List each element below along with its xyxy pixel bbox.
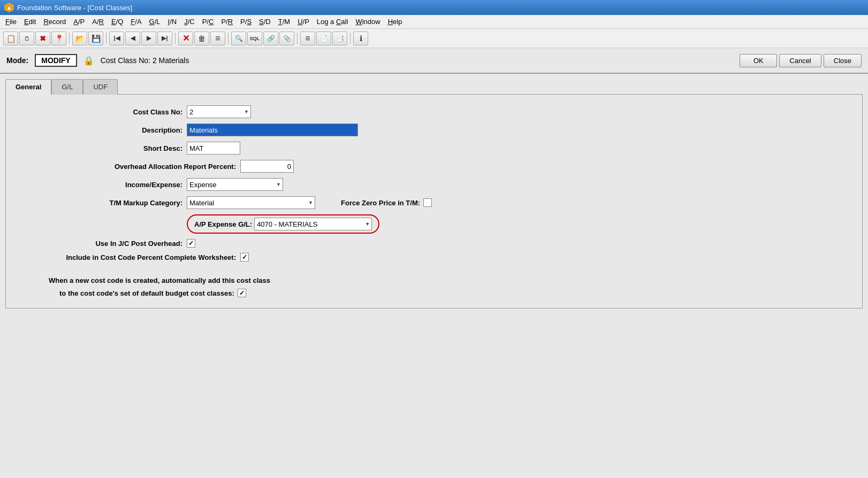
auto-add-row: to the cost code's set of default budget… [27,289,857,297]
lock-icon: 🔒 [83,56,94,66]
menu-edit[interactable]: Edit [21,17,39,27]
toolbar-link-btn[interactable]: 🔗 [263,32,278,45]
menu-ps[interactable]: P/S [237,17,255,27]
toolbar-attach-btn[interactable]: 📎 [279,32,294,45]
title-bar: ▲ Foundation Software - [Cost Classes] [0,0,868,15]
income-expense-label: Income/Expense: [11,181,182,189]
menu-file[interactable]: File [2,17,20,27]
toolbar-open-book-btn[interactable]: 📋 [3,32,18,45]
mode-value: MODIFY [35,54,77,67]
force-zero-checkbox[interactable] [423,198,432,207]
menu-bar: File Edit Record A/P A/R E/Q F/A G/L I/N… [0,15,868,29]
tm-markup-label: T/M Markup Category: [11,199,182,207]
menu-eq[interactable]: E/Q [108,17,126,27]
force-zero-label: Force Zero Price in T/M: [341,199,420,207]
auto-add-section: When a new cost code is created, automat… [11,276,857,297]
toolbar-cancel-btn[interactable]: ✕ [178,32,193,45]
use-jc-label: Use In J/C Post Overhead: [11,240,182,248]
overhead-row: Overhead Allocation Report Percent: 0 [11,160,857,173]
menu-tm[interactable]: T/M [275,17,293,27]
menu-pc[interactable]: P/C [199,17,217,27]
mode-bar: Mode: MODIFY 🔒 Cost Class No: 2 Material… [0,48,868,74]
main-content: General G/L UDF Cost Class No: 2 Descrip… [0,74,868,478]
toolbar-next-btn[interactable]: ▶ [141,32,156,45]
menu-record[interactable]: Record [40,17,69,27]
description-input[interactable]: Materials [187,124,358,136]
short-desc-row: Short Desc: MAT [11,142,857,155]
income-expense-wrapper: Expense Income [187,178,283,191]
include-cost-code-checkbox[interactable] [240,253,249,261]
tm-markup-select[interactable]: Material Labor Equipment Other [187,196,315,209]
toolbar-report-btn[interactable]: 📑 [332,32,347,45]
toolbar-new-btn[interactable]: 🗒 [19,32,34,45]
ap-expense-select[interactable]: 4070 - MATERIALS [254,218,372,230]
toolbar-prev-btn[interactable]: ◀ [125,32,140,45]
cost-class-no-row: Cost Class No: 2 [11,105,857,118]
toolbar-search-btn[interactable]: 🔍 [231,32,246,45]
cancel-button[interactable]: Cancel [779,54,821,67]
toolbar-first-btn[interactable]: |◀ [109,32,124,45]
toolbar-delete-btn[interactable]: 🗑 [194,32,209,45]
menu-ar[interactable]: A/R [89,17,107,27]
income-expense-row: Income/Expense: Expense Income [11,178,857,191]
overhead-input[interactable]: 0 [240,160,294,173]
auto-add-checkbox[interactable] [238,289,246,297]
toolbar-close-record-btn[interactable]: ✖ [35,32,50,45]
menu-ap[interactable]: A/P [70,17,88,27]
toolbar-help-btn[interactable]: ℹ [353,32,368,45]
menu-log-call[interactable]: Log a Call [314,17,352,27]
description-row: Description: Materials [11,124,857,136]
toolbar-last-btn[interactable]: ▶| [157,32,172,45]
toolbar-open-btn[interactable]: 📂 [72,32,87,45]
tab-strip: General G/L UDF [5,79,863,95]
include-cost-code-row: Include in Cost Code Percent Complete Wo… [11,253,857,261]
menu-pr[interactable]: P/R [218,17,236,27]
title-text: Foundation Software - [Cost Classes] [17,4,132,12]
description-label: Description: [11,126,182,134]
toolbar-save-btn[interactable]: 💾 [88,32,103,45]
cost-class-no-wrapper: 2 [187,105,251,118]
menu-up[interactable]: U/P [294,17,313,27]
toolbar: 📋 🗒 ✖ 📍 📂 💾 |◀ ◀ ▶ ▶| ✕ 🗑 ≡ 🔍 SQL 🔗 📎 ≡ … [0,29,868,48]
toolbar-list2-btn[interactable]: ≡ [300,32,315,45]
tm-markup-wrapper: Material Labor Equipment Other [187,196,315,209]
cost-class-no-select[interactable]: 2 [187,105,251,118]
tab-general[interactable]: General [5,79,51,95]
use-jc-row: Use In J/C Post Overhead: [11,239,857,248]
toolbar-sep-2 [106,33,106,44]
ap-expense-wrapper: 4070 - MATERIALS [254,218,372,230]
mode-label: Mode: [6,56,28,65]
ap-expense-row: A/P Expense G/L: 4070 - MATERIALS [11,214,857,234]
menu-fa[interactable]: F/A [127,17,144,27]
menu-help[interactable]: Help [385,17,406,27]
toolbar-list-btn[interactable]: ≡ [210,32,225,45]
ok-button[interactable]: OK [740,54,777,67]
menu-in[interactable]: I/N [165,17,180,27]
toolbar-document-btn[interactable]: 📄 [316,32,331,45]
toolbar-sep-3 [175,33,176,44]
toolbar-sql-btn[interactable]: SQL [247,32,262,45]
income-expense-select[interactable]: Expense Income [187,178,283,191]
ap-expense-highlight: A/P Expense G/L: 4070 - MATERIALS [187,214,379,234]
form-panel: Cost Class No: 2 Description: Materials … [5,94,863,309]
overhead-label: Overhead Allocation Report Percent: [11,163,236,171]
auto-add-text1: When a new cost code is created, automat… [27,276,857,284]
toolbar-sep-6 [350,33,351,44]
menu-sd[interactable]: S/D [256,17,274,27]
tab-udf[interactable]: UDF [83,79,118,95]
tm-markup-row: T/M Markup Category: Material Labor Equi… [11,196,857,209]
cost-class-no-label: Cost Class No: [11,108,182,116]
short-desc-input[interactable]: MAT [187,142,240,155]
toolbar-sep-1 [69,33,70,44]
toolbar-locate-btn[interactable]: 📍 [51,32,66,45]
toolbar-sep-5 [297,33,298,44]
tab-gl[interactable]: G/L [51,79,83,95]
use-jc-checkbox[interactable] [187,239,195,248]
include-cost-code-label: Include in Cost Code Percent Complete Wo… [11,253,236,261]
menu-window[interactable]: Window [352,17,383,27]
ap-expense-label: A/P Expense G/L: [194,220,252,228]
menu-jc[interactable]: J/C [181,17,198,27]
force-zero-container: Force Zero Price in T/M: [341,198,432,207]
menu-gl[interactable]: G/L [146,17,164,27]
close-button[interactable]: Close [824,54,862,67]
